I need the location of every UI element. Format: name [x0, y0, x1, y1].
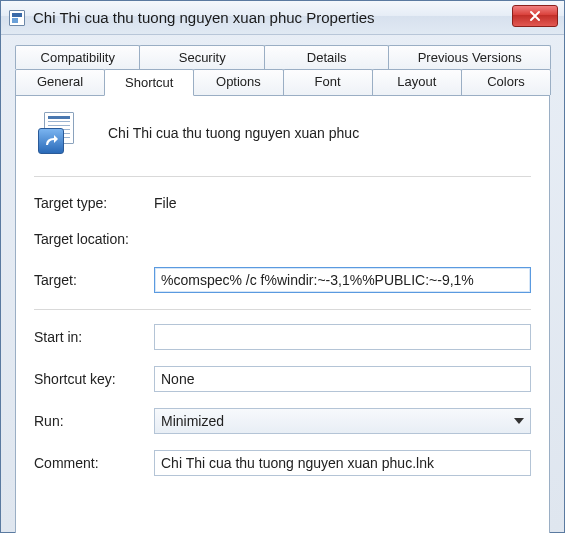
tab-previous-versions[interactable]: Previous Versions: [388, 45, 551, 69]
start-in-input[interactable]: [154, 324, 531, 350]
chevron-down-icon: [514, 418, 524, 424]
value-target-type: File: [154, 195, 177, 211]
separator: [34, 176, 531, 177]
tab-options[interactable]: Options: [193, 69, 283, 95]
label-target-type: Target type:: [34, 195, 154, 211]
label-target-location: Target location:: [34, 231, 154, 247]
shortcut-tab-pane: Chi Thi cua thu tuong nguyen xuan phuc T…: [15, 95, 550, 533]
label-target: Target:: [34, 272, 154, 288]
run-select[interactable]: Minimized: [154, 408, 531, 434]
separator: [34, 309, 531, 310]
tab-details[interactable]: Details: [264, 45, 389, 69]
label-comment: Comment:: [34, 455, 154, 471]
shortcut-file-icon: [9, 10, 25, 26]
titlebar: Chi Thi cua thu tuong nguyen xuan phuc P…: [1, 1, 564, 35]
tab-strip: Compatibility Security Details Previous …: [1, 35, 564, 95]
tab-font[interactable]: Font: [283, 69, 373, 95]
tab-general[interactable]: General: [15, 69, 105, 95]
run-select-value: Minimized: [161, 413, 224, 429]
tab-security[interactable]: Security: [139, 45, 264, 69]
comment-input[interactable]: [154, 450, 531, 476]
tab-shortcut[interactable]: Shortcut: [104, 69, 194, 96]
close-icon: [529, 10, 541, 22]
arrow-overlay-icon: [43, 133, 59, 149]
close-button[interactable]: [512, 5, 558, 27]
tab-layout[interactable]: Layout: [372, 69, 462, 95]
window-title: Chi Thi cua thu tuong nguyen xuan phuc P…: [33, 9, 512, 26]
properties-window: Chi Thi cua thu tuong nguyen xuan phuc P…: [0, 0, 565, 533]
tab-compatibility[interactable]: Compatibility: [15, 45, 140, 69]
tab-colors[interactable]: Colors: [461, 69, 551, 95]
label-shortcut-key: Shortcut key:: [34, 371, 154, 387]
label-start-in: Start in:: [34, 329, 154, 345]
label-run: Run:: [34, 413, 154, 429]
shortcut-key-input[interactable]: [154, 366, 531, 392]
file-title: Chi Thi cua thu tuong nguyen xuan phuc: [108, 125, 359, 141]
shortcut-large-icon: [38, 112, 80, 154]
target-input[interactable]: [154, 267, 531, 293]
